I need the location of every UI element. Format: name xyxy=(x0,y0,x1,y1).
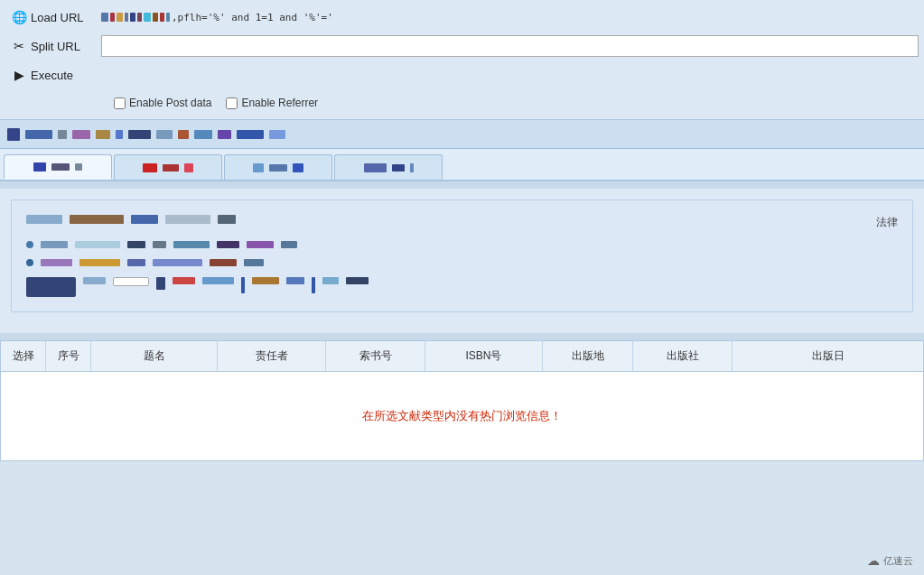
nav-block xyxy=(25,130,52,139)
content-row-4 xyxy=(26,277,898,297)
tab-bar xyxy=(0,149,924,181)
tab2-icon xyxy=(143,163,157,172)
col-select: 选择 xyxy=(1,341,46,371)
nav-block xyxy=(194,130,212,139)
section-divider xyxy=(0,181,924,189)
url-text-partial: ,pflh='%' and 1=1 and '%'=' xyxy=(172,12,333,23)
url-block xyxy=(117,13,123,22)
tab3-sub xyxy=(293,163,303,172)
results-table: 选择 序号 题名 责任者 索书号 ISBN号 出版地 出版社 出版日 在所选文献… xyxy=(0,340,924,461)
options-row: Enable Post data Enable Referrer xyxy=(5,90,919,116)
tab-4[interactable] xyxy=(334,154,443,180)
url-block xyxy=(160,13,164,22)
tab4-icon xyxy=(364,163,387,172)
table-header: 选择 序号 题名 责任者 索书号 ISBN号 出版地 出版社 出版日 xyxy=(1,341,923,372)
nav-block xyxy=(178,130,189,139)
nav-block xyxy=(218,130,231,139)
split-url-label: Split URL xyxy=(31,40,80,53)
tab-2[interactable] xyxy=(114,154,222,180)
url-block xyxy=(130,13,135,22)
enable-referrer-label[interactable]: Enable Referrer xyxy=(226,97,318,109)
nav-bar xyxy=(0,120,924,149)
footer: ☁ 亿速云 xyxy=(867,553,913,568)
empty-message: 在所选文献类型内没有热门浏览信息！ xyxy=(1,372,923,460)
col-pub-date: 出版日 xyxy=(733,341,923,371)
tab1-sub xyxy=(75,163,82,171)
tab1-text xyxy=(51,163,70,171)
url-block xyxy=(166,13,170,22)
load-url-icon: 🌐 xyxy=(11,9,27,25)
content-row-2 xyxy=(26,241,898,248)
brand-label: 亿速云 xyxy=(883,554,913,568)
nav-block xyxy=(58,130,67,139)
brand-icon: ☁ xyxy=(867,553,880,568)
nav-block xyxy=(116,130,123,139)
col-title: 题名 xyxy=(91,341,218,371)
nav-block xyxy=(269,130,285,139)
url-block xyxy=(144,13,151,22)
col-callnum: 索书号 xyxy=(326,341,425,371)
tab-3[interactable] xyxy=(224,154,332,180)
tab4-text xyxy=(392,164,405,172)
nav-block xyxy=(237,130,264,139)
content-area: 法律 xyxy=(0,189,924,333)
col-seqnum: 序号 xyxy=(46,341,91,371)
url-display: ,pflh='%' and 1=1 and '%'=' xyxy=(101,6,919,28)
execute-button[interactable]: ▶ Execute xyxy=(5,65,96,85)
execute-row: ▶ Execute xyxy=(5,61,919,88)
section-divider-2 xyxy=(0,333,924,340)
tab2-sub xyxy=(184,163,193,172)
load-url-label: Load URL xyxy=(31,11,84,24)
execute-label: Execute xyxy=(31,69,73,82)
nav-block xyxy=(7,128,20,141)
url-block xyxy=(110,13,115,22)
content-row-3 xyxy=(26,259,898,266)
col-isbn: ISBN号 xyxy=(425,341,543,371)
tab1-icon xyxy=(33,162,46,172)
url-block xyxy=(137,13,142,22)
col-publisher: 出版社 xyxy=(633,341,733,371)
table-body: 在所选文献类型内没有热门浏览信息！ xyxy=(1,372,923,460)
nav-block xyxy=(96,130,110,139)
tab2-text xyxy=(163,164,179,172)
content-label: 法律 xyxy=(876,215,898,230)
col-pub-place: 出版地 xyxy=(543,341,633,371)
tab3-icon xyxy=(253,163,264,172)
url-block xyxy=(101,13,108,22)
url-input-field[interactable] xyxy=(101,35,919,57)
tab3-text xyxy=(269,164,287,172)
enable-post-data-label[interactable]: Enable Post data xyxy=(114,97,211,109)
tab4-end xyxy=(410,163,414,172)
split-url-button[interactable]: ✂ Split URL xyxy=(5,36,96,56)
url-block xyxy=(125,13,128,22)
content-row-1: 法律 xyxy=(26,215,898,230)
nav-block xyxy=(72,130,90,139)
enable-post-data-checkbox[interactable] xyxy=(114,97,126,109)
nav-block xyxy=(156,130,173,139)
content-inner: 法律 xyxy=(11,199,913,312)
load-url-row: 🌐 Load URL ,pflh='%' and 1=1 and '%'=' xyxy=(5,4,919,31)
url-block xyxy=(153,13,158,22)
top-toolbar: 🌐 Load URL ,pflh='%' and 1=1 and '%'=' ✂… xyxy=(0,0,924,120)
tab-1[interactable] xyxy=(4,154,112,180)
nav-block xyxy=(128,130,151,139)
col-author: 责任者 xyxy=(218,341,326,371)
load-url-button[interactable]: 🌐 Load URL xyxy=(5,7,96,27)
split-url-row: ✂ Split URL xyxy=(5,32,919,60)
enable-referrer-checkbox[interactable] xyxy=(226,97,238,109)
execute-icon: ▶ xyxy=(11,67,27,83)
split-url-icon: ✂ xyxy=(11,38,27,54)
